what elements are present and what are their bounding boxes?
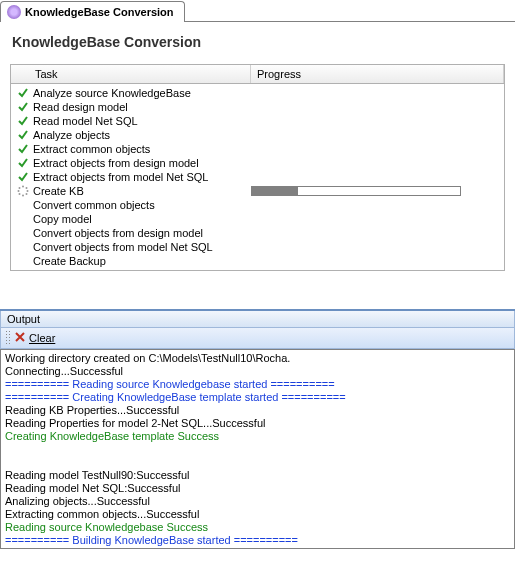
task-table-body: Analyze source KnowledgeBaseRead design … xyxy=(11,84,504,270)
check-icon xyxy=(15,142,31,156)
task-label: Read model Net SQL xyxy=(31,115,251,127)
task-row[interactable]: Convert common objects xyxy=(11,198,504,212)
task-label: Extract common objects xyxy=(31,143,251,155)
task-progress-cell xyxy=(251,186,500,196)
task-row[interactable]: Create KB xyxy=(11,184,504,198)
svg-point-1 xyxy=(26,187,28,189)
console-line xyxy=(5,443,510,456)
console-line: Reading Properties for model 2-Net SQL..… xyxy=(5,417,510,430)
output-title: Output xyxy=(7,313,40,325)
empty-icon xyxy=(15,198,31,212)
task-row[interactable]: Extract common objects xyxy=(11,142,504,156)
task-row[interactable]: Analyze objects xyxy=(11,128,504,142)
svg-point-7 xyxy=(19,187,21,189)
svg-point-2 xyxy=(27,190,29,192)
empty-icon xyxy=(15,240,31,254)
task-row[interactable]: Read model Net SQL xyxy=(11,114,504,128)
toolbar-grip-icon xyxy=(5,330,11,346)
tab-knowledgebase-conversion[interactable]: KnowledgeBase Conversion xyxy=(0,1,185,22)
empty-icon xyxy=(15,226,31,240)
task-panel: Task Progress Analyze source KnowledgeBa… xyxy=(10,64,505,271)
console-line: Reading model Net SQL:Successful xyxy=(5,482,510,495)
output-title-bar[interactable]: Output xyxy=(0,311,515,328)
page-title: KnowledgeBase Conversion xyxy=(12,34,505,50)
task-label: Create KB xyxy=(31,185,251,197)
progress-bar xyxy=(251,186,461,196)
console-line: Reading source Knowledgebase Success xyxy=(5,521,510,534)
task-row[interactable]: Convert objects from model Net SQL xyxy=(11,240,504,254)
kb-icon xyxy=(7,5,21,19)
check-icon xyxy=(15,156,31,170)
svg-point-4 xyxy=(22,195,24,197)
task-label: Extract objects from design model xyxy=(31,157,251,169)
console-line: ========== Building KnowledgeBase starte… xyxy=(5,534,510,547)
tab-title: KnowledgeBase Conversion xyxy=(25,6,174,18)
console-line: Reading KB Properties...Successful xyxy=(5,404,510,417)
task-row[interactable]: Convert objects from design model xyxy=(11,226,504,240)
content-area: KnowledgeBase Conversion Task Progress A… xyxy=(0,22,515,271)
empty-icon xyxy=(15,254,31,268)
console-line: Working directory created on C:\Models\T… xyxy=(5,352,510,365)
svg-point-5 xyxy=(19,193,21,195)
clear-icon[interactable] xyxy=(13,330,27,346)
task-row[interactable]: Extract objects from model Net SQL xyxy=(11,170,504,184)
output-toolbar: Clear xyxy=(0,328,515,349)
task-row[interactable]: Analyze source KnowledgeBase xyxy=(11,86,504,100)
console-line: ========== Reading source Knowledgebase … xyxy=(5,378,510,391)
task-label: Read design model xyxy=(31,101,251,113)
tab-bar: KnowledgeBase Conversion xyxy=(0,0,515,22)
check-icon xyxy=(15,128,31,142)
console-line: Creating KnowledgeBase template Success xyxy=(5,430,510,443)
column-header-task[interactable]: Task xyxy=(11,65,251,83)
console-line: Connecting...Successful xyxy=(5,365,510,378)
output-console[interactable]: Working directory created on C:\Models\T… xyxy=(0,349,515,549)
svg-point-3 xyxy=(26,193,28,195)
console-line: Extracting common objects...Successful xyxy=(5,508,510,521)
svg-point-6 xyxy=(18,190,20,192)
task-label: Create Backup xyxy=(31,255,251,267)
output-panel: Output Clear Working directory created o… xyxy=(0,309,515,549)
console-line: ========== Creating KnowledgeBase templa… xyxy=(5,391,510,404)
console-line: Creating empty KB xyxy=(5,547,510,549)
task-row[interactable]: Copy model xyxy=(11,212,504,226)
check-icon xyxy=(15,86,31,100)
task-label: Analyze objects xyxy=(31,129,251,141)
task-row[interactable]: Create Backup xyxy=(11,254,504,268)
check-icon xyxy=(15,114,31,128)
console-line: Reading model TestNull90:Successful xyxy=(5,469,510,482)
task-row[interactable]: Extract objects from design model xyxy=(11,156,504,170)
console-line: Analizing objects...Successful xyxy=(5,495,510,508)
task-label: Extract objects from model Net SQL xyxy=(31,171,251,183)
progress-fill xyxy=(252,187,298,195)
column-header-progress[interactable]: Progress xyxy=(251,65,504,83)
spinner-icon xyxy=(15,184,31,198)
svg-point-0 xyxy=(22,186,24,188)
console-line xyxy=(5,456,510,469)
task-label: Copy model xyxy=(31,213,251,225)
check-icon xyxy=(15,170,31,184)
task-label: Convert common objects xyxy=(31,199,251,211)
task-row[interactable]: Read design model xyxy=(11,100,504,114)
empty-icon xyxy=(15,212,31,226)
check-icon xyxy=(15,100,31,114)
clear-button[interactable]: Clear xyxy=(29,332,55,344)
task-label: Convert objects from design model xyxy=(31,227,251,239)
task-label: Analyze source KnowledgeBase xyxy=(31,87,251,99)
task-label: Convert objects from model Net SQL xyxy=(31,241,251,253)
task-table-header: Task Progress xyxy=(11,65,504,84)
